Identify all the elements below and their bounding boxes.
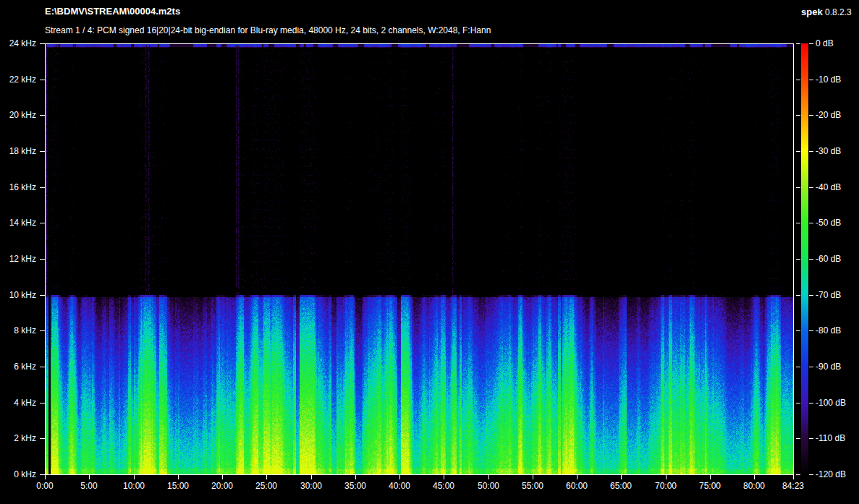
freq-tick: [40, 115, 45, 116]
db-tick-right: [809, 43, 813, 44]
db-tick-right: [809, 330, 813, 331]
db-tick-left: [796, 403, 800, 403]
db-tick-label: -110 dB: [816, 432, 859, 444]
db-tick-left: [796, 474, 800, 475]
freq-tick-label: 24 kHz: [0, 38, 36, 49]
db-tick-label: -10 dB: [816, 74, 859, 85]
freq-tick: [40, 474, 45, 475]
time-tick: [222, 475, 223, 479]
freq-tick: [40, 187, 45, 188]
db-tick-left: [796, 295, 800, 296]
freq-tick: [40, 330, 45, 331]
db-tick-left: [796, 43, 800, 44]
spek-window: E:\BDMV\STREAM\00004.m2ts spek 0.8.2.3 S…: [0, 0, 859, 504]
freq-tick: [40, 403, 45, 403]
time-tick-label: 35:00: [335, 480, 376, 492]
time-tick: [399, 475, 400, 479]
file-path-title: E:\BDMV\STREAM\00004.m2ts: [45, 6, 180, 17]
freq-tick: [40, 295, 45, 296]
db-tick-right: [809, 474, 813, 475]
freq-tick: [40, 438, 45, 439]
time-tick: [710, 475, 711, 479]
db-tick-label: -40 dB: [816, 181, 859, 193]
time-tick: [178, 475, 179, 479]
time-tick: [488, 475, 489, 479]
freq-tick: [40, 223, 45, 223]
db-tick-right: [809, 403, 813, 403]
db-tick-right: [809, 151, 813, 152]
db-tick-left: [796, 151, 800, 152]
time-tick: [134, 475, 135, 479]
db-tick-right: [809, 80, 813, 80]
time-tick-label: 60:00: [557, 480, 597, 492]
time-tick-label: 50:00: [468, 480, 509, 492]
db-tick-right: [809, 223, 813, 223]
freq-tick-label: 8 kHz: [0, 325, 36, 336]
db-tick-label: -70 dB: [816, 289, 859, 301]
app-version-number: 0.8.2.3: [825, 7, 852, 17]
time-tick: [89, 475, 90, 479]
time-tick-label: 84:23: [773, 480, 813, 492]
time-tick-label: 75:00: [690, 480, 730, 492]
db-tick-label: -80 dB: [816, 325, 859, 336]
db-tick-left: [796, 80, 800, 80]
freq-tick-label: 6 kHz: [0, 361, 36, 372]
spectrogram-plot: [45, 43, 794, 475]
db-tick-right: [809, 115, 813, 116]
db-tick-left: [796, 187, 800, 188]
time-tick: [311, 475, 312, 479]
freq-tick-label: 14 kHz: [0, 217, 36, 228]
freq-tick: [40, 80, 45, 80]
time-tick-label: 45:00: [423, 480, 464, 492]
time-tick-label: 55:00: [512, 480, 553, 492]
freq-tick: [40, 259, 45, 260]
db-tick-right: [809, 259, 813, 260]
db-tick-label: -90 dB: [816, 361, 859, 372]
freq-tick: [40, 151, 45, 152]
db-tick-label: -20 dB: [816, 109, 859, 121]
db-tick-right: [809, 187, 813, 188]
db-tick-label: -60 dB: [816, 253, 859, 265]
time-tick-label: 0:00: [25, 480, 65, 492]
time-tick-label: 20:00: [202, 480, 242, 492]
db-tick-left: [796, 330, 800, 331]
time-tick-label: 5:00: [69, 480, 109, 492]
app-version: spek 0.8.2.3: [801, 7, 852, 17]
db-tick-label: -50 dB: [816, 217, 859, 228]
freq-tick-label: 4 kHz: [0, 397, 36, 409]
time-tick-label: 65:00: [601, 480, 641, 492]
freq-tick-label: 12 kHz: [0, 253, 36, 265]
db-tick-label: -30 dB: [816, 145, 859, 157]
db-colorbar: [801, 43, 808, 475]
freq-tick-label: 0 kHz: [0, 469, 36, 480]
time-tick-label: 25:00: [246, 480, 287, 492]
freq-tick-label: 18 kHz: [0, 145, 36, 157]
freq-tick-label: 16 kHz: [0, 181, 36, 193]
time-tick: [355, 475, 356, 479]
time-tick-label: 10:00: [114, 480, 154, 492]
app-name-label: spek: [801, 7, 823, 17]
time-tick-label: 15:00: [158, 480, 198, 492]
db-tick-left: [796, 115, 800, 116]
stream-info: Stream 1 / 4: PCM signed 16|20|24-bit bi…: [45, 25, 491, 35]
time-tick: [533, 475, 533, 479]
db-tick-left: [796, 367, 800, 367]
db-tick-right: [809, 438, 813, 439]
freq-tick-label: 20 kHz: [0, 109, 36, 121]
freq-tick-label: 10 kHz: [0, 289, 36, 301]
time-tick: [621, 475, 622, 479]
freq-tick: [40, 43, 45, 44]
db-tick-label: -120 dB: [816, 469, 859, 480]
time-tick: [266, 475, 267, 479]
time-tick-label: 80:00: [734, 480, 774, 492]
db-tick-left: [796, 223, 800, 223]
time-tick: [793, 475, 794, 479]
db-tick-left: [796, 438, 800, 439]
time-tick: [577, 475, 577, 479]
db-tick-label: 0 dB: [816, 38, 859, 49]
db-tick-right: [809, 367, 813, 367]
spectrogram-canvas: [46, 44, 793, 474]
db-tick-right: [809, 295, 813, 296]
time-tick-label: 70:00: [646, 480, 686, 492]
freq-tick-label: 2 kHz: [0, 432, 36, 444]
